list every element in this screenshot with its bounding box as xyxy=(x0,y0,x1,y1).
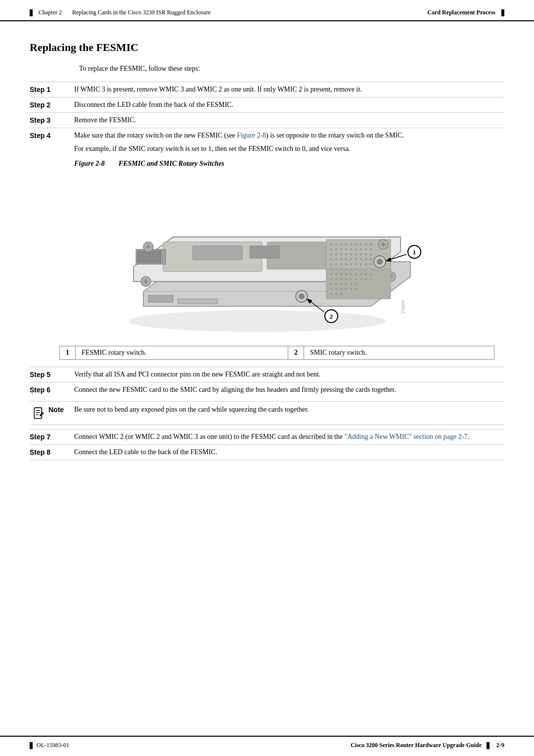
svg-point-52 xyxy=(340,263,342,265)
svg-point-40 xyxy=(370,253,372,255)
svg-point-33 xyxy=(335,253,337,255)
footer-left: OL-15983-01 xyxy=(30,742,69,749)
svg-point-99 xyxy=(355,273,357,275)
svg-point-116 xyxy=(350,283,352,285)
watermark-text: 270458 xyxy=(400,300,405,314)
svg-point-22 xyxy=(370,243,372,245)
note-block: Note Be sure not to bend any exposed pin… xyxy=(30,401,504,425)
svg-point-107 xyxy=(350,278,352,280)
figure-table-row: 1 FESMIC rotary switch. 2 SMIC rotary sw… xyxy=(60,346,494,360)
svg-point-27 xyxy=(350,248,352,250)
svg-point-114 xyxy=(340,283,342,285)
svg-point-30 xyxy=(365,248,367,250)
svg-point-56 xyxy=(360,263,362,265)
svg-text:2: 2 xyxy=(330,313,333,320)
svg-point-50 xyxy=(330,263,332,265)
step-label-7: Step 7 xyxy=(30,433,74,441)
svg-point-126 xyxy=(340,293,342,295)
svg-point-111 xyxy=(370,278,372,280)
step-row-8: Step 8 Connect the LED cable to the back… xyxy=(30,444,504,460)
svg-rect-8 xyxy=(137,251,141,263)
figure-caption: Figure 2-8 FESMIC and SMIC Rotary Switch… xyxy=(74,160,504,168)
step7-text-after: . xyxy=(467,433,469,440)
page-footer: OL-15983-01 Cisco 3200 Series Router Har… xyxy=(0,736,534,756)
svg-point-25 xyxy=(340,248,342,250)
step-content-7: Connect WMIC 2 (or WMIC 2 and WMIC 3 as … xyxy=(74,433,504,441)
svg-point-125 xyxy=(335,293,337,295)
step-label-8: Step 8 xyxy=(30,448,74,456)
page: Chapter 2 Replacing Cards in the Cisco 3… xyxy=(0,0,534,756)
note-icon xyxy=(30,406,48,421)
svg-point-44 xyxy=(345,258,347,260)
svg-point-102 xyxy=(370,273,372,275)
footer-guide-name: Cisco 3200 Series Router Hardware Upgrad… xyxy=(351,742,482,749)
svg-point-43 xyxy=(340,258,342,260)
svg-point-28 xyxy=(355,248,357,250)
step-row-3: Step 3 Remove the FESMIC. xyxy=(30,112,504,128)
svg-point-100 xyxy=(360,273,362,275)
step7-text-before: Connect WMIC 2 (or WMIC 2 and WMIC 3 as … xyxy=(74,433,345,440)
svg-point-21 xyxy=(365,243,367,245)
svg-point-32 xyxy=(330,253,332,255)
svg-rect-89 xyxy=(193,246,242,260)
intro-text: To replace the FESMIC, follow these step… xyxy=(79,65,504,73)
step-content-6: Connect the new FESMIC card to the SMIC … xyxy=(74,386,504,394)
svg-point-41 xyxy=(330,258,332,260)
main-content: Replacing the FESMIC To replace the FESM… xyxy=(0,21,534,490)
header-right-label: Card Replacement Process xyxy=(427,9,495,16)
steps-group-3: Step 7 Connect WMIC 2 (or WMIC 2 and WMI… xyxy=(30,429,504,460)
footer-right: Cisco 3200 Series Router Hardware Upgrad… xyxy=(351,742,504,749)
svg-point-18 xyxy=(350,243,352,245)
svg-point-37 xyxy=(355,253,357,255)
svg-point-26 xyxy=(345,248,347,250)
svg-point-54 xyxy=(350,263,352,265)
svg-point-119 xyxy=(335,288,337,290)
svg-point-110 xyxy=(365,278,367,280)
page-header: Chapter 2 Replacing Cards in the Cisco 3… xyxy=(0,0,534,21)
diagram-container: 1 2 270458 xyxy=(59,173,494,341)
svg-point-23 xyxy=(330,248,332,250)
svg-point-57 xyxy=(365,263,367,265)
svg-point-19 xyxy=(355,243,357,245)
step-row-2: Step 2 Disconnect the LED cable from the… xyxy=(30,97,504,112)
svg-point-39 xyxy=(365,253,367,255)
callout-label-2: SMIC rotary switch. xyxy=(304,346,494,360)
svg-point-108 xyxy=(355,278,357,280)
svg-point-97 xyxy=(345,273,347,275)
svg-point-45 xyxy=(350,258,352,260)
figure-table: 1 FESMIC rotary switch. 2 SMIC rotary sw… xyxy=(59,346,494,360)
adding-wmic-link[interactable]: "Adding a New WMIC" section on page 2-7 xyxy=(345,433,468,440)
svg-rect-9 xyxy=(142,251,146,263)
svg-point-98 xyxy=(350,273,352,275)
svg-point-78 xyxy=(377,259,382,264)
svg-point-113 xyxy=(335,283,337,285)
svg-rect-92 xyxy=(178,299,218,304)
callout-label-1: FESMIC rotary switch. xyxy=(76,346,288,360)
steps-group-2: Step 5 Verify that all ISA and PCI conne… xyxy=(30,367,504,397)
svg-rect-90 xyxy=(250,246,279,258)
svg-point-122 xyxy=(350,288,352,290)
step-content-4: Make sure that the rotary switch on the … xyxy=(74,132,504,140)
step-content-2: Disconnect the LED cable from the back o… xyxy=(74,101,504,109)
svg-rect-10 xyxy=(147,251,151,263)
svg-point-105 xyxy=(340,278,342,280)
svg-point-15 xyxy=(335,243,337,245)
header-right: Card Replacement Process xyxy=(427,9,504,16)
svg-point-38 xyxy=(360,253,362,255)
svg-point-51 xyxy=(335,263,337,265)
step-label-6: Step 6 xyxy=(30,386,74,394)
svg-point-103 xyxy=(330,278,332,280)
sub-para-example: For example, if the SMIC rotary switch i… xyxy=(74,145,504,153)
svg-rect-11 xyxy=(152,251,156,263)
figure-2-8-link[interactable]: Figure 2-8 xyxy=(237,132,266,139)
svg-point-94 xyxy=(330,273,332,275)
svg-point-120 xyxy=(340,288,342,290)
step-row-6: Step 6 Connect the new FESMIC card to th… xyxy=(30,382,504,397)
svg-point-55 xyxy=(355,263,357,265)
step-label-3: Step 3 xyxy=(30,116,74,124)
svg-point-48 xyxy=(365,258,367,260)
svg-point-96 xyxy=(340,273,342,275)
note-label: Note xyxy=(48,406,74,414)
step-content-1: If WMIC 3 is present, remove WMIC 3 and … xyxy=(74,86,504,94)
svg-rect-127 xyxy=(34,408,42,419)
